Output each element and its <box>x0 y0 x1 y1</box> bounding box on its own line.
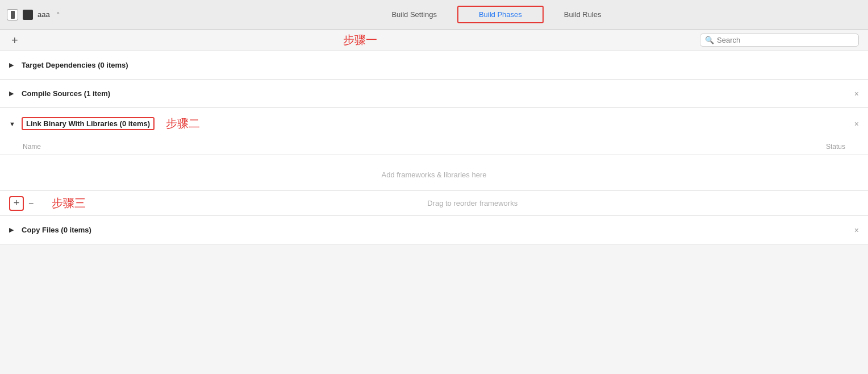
drag-row: + − 步骤三 Drag to reorder frameworks <box>0 190 868 215</box>
column-name: Name <box>23 143 777 151</box>
section-title-target-dependencies: Target Dependencies (0 items) <box>22 61 128 69</box>
content-area: ▶ Target Dependencies (0 items) ▶ Compil… <box>0 51 868 244</box>
annotation-step1: 步骤一 <box>20 32 700 48</box>
tab-bar: aaa ⌃ Build Settings Build Phases Build … <box>0 0 868 30</box>
disclosure-link-binary[interactable]: ▼ <box>9 120 16 127</box>
drag-hint: Drag to reorder frameworks <box>86 199 859 207</box>
tab-build-settings[interactable]: Build Settings <box>371 7 457 22</box>
section-link-binary: ▼ Link Binary With Libraries (0 items) 步… <box>0 108 868 139</box>
section-target-dependencies: ▶ Target Dependencies (0 items) <box>0 51 868 80</box>
project-selector: aaa ⌃ <box>0 9 125 20</box>
add-phase-button[interactable]: + <box>9 35 20 46</box>
project-stepper[interactable]: ⌃ <box>56 11 60 18</box>
section-title-copy-files: Copy Files (0 items) <box>22 226 91 234</box>
column-status: Status <box>777 143 845 151</box>
tab-build-phases[interactable]: Build Phases <box>457 6 544 23</box>
columns-header: Name Status <box>0 139 868 155</box>
toolbar-row: + 步骤一 🔍 <box>0 30 868 51</box>
section-copy-files: ▶ Copy Files (0 items) × <box>0 216 868 244</box>
search-input[interactable] <box>717 36 842 44</box>
link-binary-content: Name Status Add frameworks & libraries h… <box>0 139 868 216</box>
annotation-step3: 步骤三 <box>52 196 86 211</box>
project-icon <box>23 10 33 20</box>
close-copy-files-button[interactable]: × <box>854 226 859 235</box>
close-link-binary-button[interactable]: × <box>854 119 859 128</box>
remove-library-button[interactable]: − <box>26 198 36 209</box>
annotation-step2: 步骤二 <box>166 116 200 131</box>
disclosure-target-dependencies[interactable]: ▶ <box>9 61 16 69</box>
close-compile-sources-button[interactable]: × <box>854 89 859 98</box>
tab-group: Build Settings Build Phases Build Rules <box>125 6 868 23</box>
section-title-compile-sources: Compile Sources (1 item) <box>22 89 110 98</box>
tab-build-rules[interactable]: Build Rules <box>544 7 622 22</box>
search-icon: 🔍 <box>705 36 714 44</box>
section-title-link-binary: Link Binary With Libraries (0 items) <box>22 117 155 130</box>
search-box: 🔍 <box>700 34 859 47</box>
empty-placeholder: Add frameworks & libraries here <box>0 155 868 190</box>
disclosure-copy-files[interactable]: ▶ <box>9 226 16 234</box>
add-library-button[interactable]: + <box>9 196 24 211</box>
sidebar-toggle-button[interactable] <box>7 9 18 20</box>
section-compile-sources: ▶ Compile Sources (1 item) × <box>0 80 868 108</box>
sidebar-toggle-icon <box>11 11 15 19</box>
project-name: aaa <box>37 10 50 19</box>
disclosure-compile-sources[interactable]: ▶ <box>9 90 16 97</box>
